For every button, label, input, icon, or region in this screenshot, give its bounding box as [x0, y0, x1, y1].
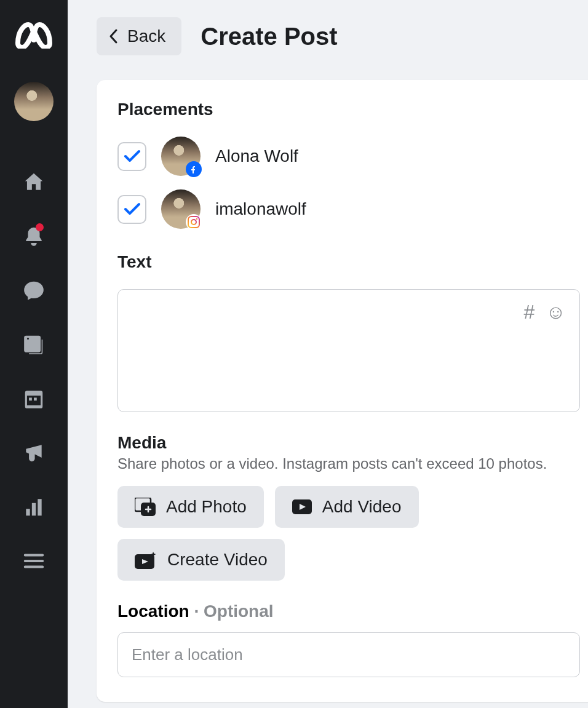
check-icon — [124, 202, 141, 216]
add-video-icon — [292, 499, 312, 514]
text-tools: # ☺ — [524, 301, 566, 324]
topbar: Back Create Post — [97, 17, 588, 55]
location-input[interactable] — [117, 632, 580, 677]
chat-icon — [22, 279, 46, 302]
placements-heading: Placements — [117, 100, 580, 119]
home-icon — [22, 170, 46, 194]
svg-point-2 — [196, 218, 197, 220]
sidebar-item-posts[interactable] — [0, 317, 68, 372]
create-video-icon — [135, 551, 157, 569]
chevron-left-icon — [108, 28, 120, 45]
placement-avatar — [161, 189, 201, 229]
media-buttons: Add Photo Add Video Create Video — [117, 486, 580, 581]
sidebar-item-messages[interactable] — [0, 263, 68, 317]
back-label: Back — [127, 26, 165, 46]
bars-icon — [22, 495, 46, 519]
location-section: Location · Optional — [117, 602, 580, 677]
create-video-button[interactable]: Create Video — [117, 539, 285, 581]
add-video-button[interactable]: Add Video — [275, 486, 419, 528]
page-title: Create Post — [201, 23, 337, 50]
megaphone-icon — [22, 441, 46, 464]
text-heading: Text — [117, 252, 580, 272]
instagram-badge-icon — [186, 214, 202, 230]
sidebar-item-home[interactable] — [0, 155, 68, 209]
placement-name: Alona Wolf — [215, 146, 298, 166]
hashtag-icon[interactable]: # — [524, 301, 535, 324]
location-heading: Location · Optional — [117, 602, 580, 621]
checkbox-instagram[interactable] — [117, 195, 146, 224]
add-photo-button[interactable]: Add Photo — [117, 486, 264, 528]
placement-avatar — [161, 137, 201, 176]
svg-point-1 — [191, 220, 196, 225]
placement-facebook: Alona Wolf — [117, 137, 580, 176]
back-button[interactable]: Back — [97, 17, 181, 55]
add-photo-label: Add Photo — [166, 497, 247, 517]
sidebar-item-planner[interactable] — [0, 372, 68, 426]
media-section: Media Share photos or a video. Instagram… — [117, 433, 580, 581]
main-content: Back Create Post Placements Alona Wolf — [68, 0, 588, 708]
sidebar — [0, 0, 68, 708]
calendar-icon — [22, 387, 46, 410]
add-video-label: Add Video — [322, 497, 402, 517]
meta-logo[interactable] — [14, 22, 54, 51]
emoji-icon[interactable]: ☺ — [546, 301, 566, 324]
hamburger-icon — [22, 549, 46, 573]
create-video-label: Create Video — [167, 550, 268, 570]
placement-name: imalonawolf — [215, 199, 306, 219]
checkbox-facebook[interactable] — [117, 142, 146, 171]
media-subtitle: Share photos or a video. Instagram posts… — [117, 455, 580, 472]
create-post-card: Placements Alona Wolf — [97, 80, 588, 702]
placement-instagram: imalonawolf — [117, 189, 580, 229]
add-photo-icon — [135, 498, 156, 516]
facebook-badge-icon — [186, 161, 202, 177]
sidebar-item-ads[interactable] — [0, 426, 68, 480]
check-icon — [124, 149, 141, 163]
svg-rect-0 — [188, 217, 199, 228]
notification-badge — [36, 223, 44, 231]
sidebar-item-notifications[interactable] — [0, 209, 68, 263]
sidebar-item-insights[interactable] — [0, 480, 68, 534]
user-avatar[interactable] — [14, 82, 54, 121]
posts-icon — [22, 333, 46, 356]
sidebar-item-menu[interactable] — [0, 534, 68, 588]
media-heading: Media — [117, 433, 580, 453]
text-section: Text # ☺ — [117, 252, 580, 412]
post-text-input[interactable]: # ☺ — [117, 289, 580, 412]
